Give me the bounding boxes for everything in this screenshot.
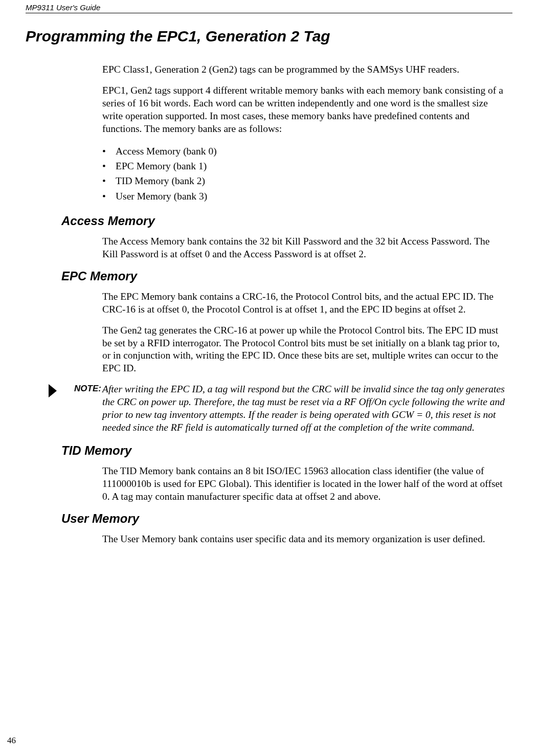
- page-number: 46: [7, 736, 16, 746]
- note-marker-icon: [49, 384, 57, 397]
- section-heading-access: Access Memory: [61, 214, 512, 228]
- section-heading-user: User Memory: [61, 512, 512, 526]
- list-item: User Memory (bank 3): [102, 189, 506, 204]
- epc-paragraph-2: The Gen2 tag generates the CRC-16 at pow…: [102, 324, 506, 375]
- user-paragraph: The User Memory bank contains user speci…: [102, 533, 506, 546]
- list-item: EPC Memory (bank 1): [102, 159, 506, 173]
- intro-paragraph-2: EPC1, Gen2 tags support 4 different writ…: [102, 84, 506, 136]
- note-label: NOTE:: [74, 384, 101, 394]
- access-paragraph: The Access Memory bank contains the 32 b…: [102, 235, 506, 261]
- document-header: MP9311 User's Guide: [26, 0, 512, 13]
- intro-paragraph-1: EPC Class1, Generation 2 (Gen2) tags can…: [102, 63, 506, 76]
- section-heading-tid: TID Memory: [61, 443, 512, 458]
- list-item: TID Memory (bank 2): [102, 173, 506, 188]
- tid-paragraph: The TID Memory bank contains an 8 bit IS…: [102, 465, 506, 503]
- section-heading-epc: EPC Memory: [61, 269, 512, 283]
- list-item: Access Memory (bank 0): [102, 144, 506, 159]
- page-title: Programming the EPC1, Generation 2 Tag: [26, 28, 512, 45]
- note-block: NOTE: After writing the EPC ID, a tag wi…: [102, 383, 506, 434]
- svg-marker-0: [49, 384, 57, 397]
- note-text: After writing the EPC ID, a tag will res…: [102, 384, 505, 433]
- epc-paragraph-1: The EPC Memory bank contains a CRC-16, t…: [102, 291, 506, 316]
- memory-bank-list: Access Memory (bank 0) EPC Memory (bank …: [102, 144, 506, 204]
